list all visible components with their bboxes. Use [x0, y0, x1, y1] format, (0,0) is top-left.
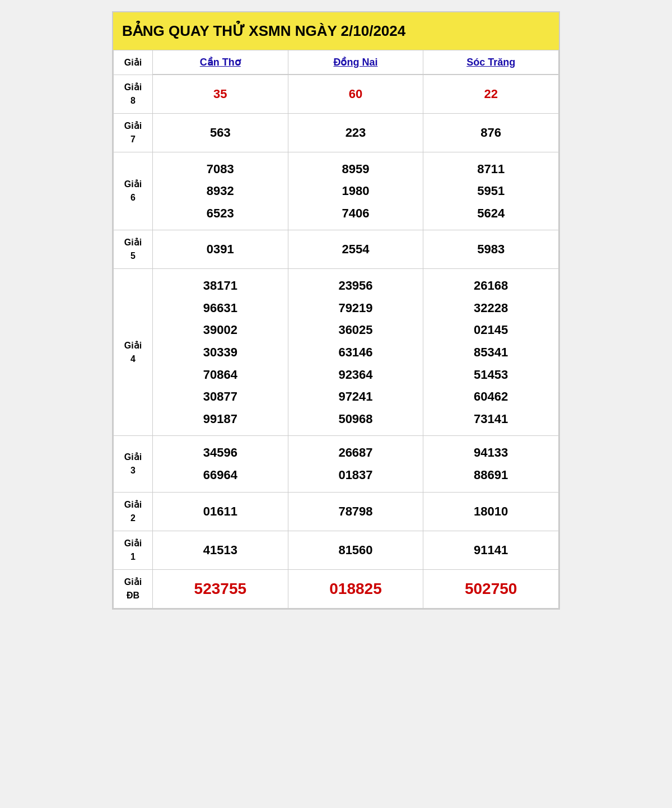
prize-value-soc_trang: 91141: [423, 531, 559, 569]
prize-value-dong_nai: 223: [288, 113, 423, 152]
lottery-table: Giải Cần Thơ Đồng Nai Sóc Trăng Giải 835…: [113, 50, 559, 609]
prize-value-can_tho: 0391: [153, 230, 288, 269]
prize-value-dong_nai: 81560: [288, 531, 423, 569]
table-row: Giải 2016117879818010: [114, 492, 559, 531]
prize-label: Giải 8: [114, 75, 153, 113]
prize-value-can_tho: 708389326523: [153, 152, 288, 230]
prize-value-soc_trang: 876: [423, 113, 559, 152]
prize-value-dong_nai: 78798: [288, 492, 423, 531]
header-label-col: Giải: [114, 50, 153, 75]
prize-value-can_tho: 01611: [153, 492, 288, 531]
prize-value-dong_nai: 2668701837: [288, 436, 423, 492]
table-row: Giải ĐB523755018825502750: [114, 569, 559, 608]
prize-value-dong_nai: 018825: [288, 569, 423, 608]
table-row: Giải 7563223876: [114, 113, 559, 152]
table-row: Giải 67083893265238959198074068711595156…: [114, 152, 559, 230]
prize-value-soc_trang: 502750: [423, 569, 559, 608]
prize-value-soc_trang: 871159515624: [423, 152, 559, 230]
header-soc-trang: Sóc Trăng: [423, 50, 559, 75]
table-row: Giải 43817196631390023033970864308779918…: [114, 269, 559, 436]
prize-label: Giải 4: [114, 269, 153, 436]
prize-value-can_tho: 3459666964: [153, 436, 288, 492]
main-container: BẢNG QUAY THỬ XSMN NGÀY 2/10/2024 Giải C…: [112, 11, 560, 610]
table-row: Giải 1415138156091141: [114, 531, 559, 569]
table-row: Giải 8356022: [114, 75, 559, 113]
prize-value-soc_trang: 9413388691: [423, 436, 559, 492]
page-title: BẢNG QUAY THỬ XSMN NGÀY 2/10/2024: [122, 22, 550, 40]
prize-value-soc_trang: 26168322280214585341514536046273141: [423, 269, 559, 436]
prize-value-can_tho: 35: [153, 75, 288, 113]
header: BẢNG QUAY THỬ XSMN NGÀY 2/10/2024: [113, 12, 559, 50]
prize-value-can_tho: 523755: [153, 569, 288, 608]
prize-label: Giải 3: [114, 436, 153, 492]
prize-label: Giải 6: [114, 152, 153, 230]
prize-value-dong_nai: 23956792193602563146923649724150968: [288, 269, 423, 436]
prize-label: Giải 5: [114, 230, 153, 269]
table-header-row: Giải Cần Thơ Đồng Nai Sóc Trăng: [114, 50, 559, 75]
prize-value-can_tho: 41513: [153, 531, 288, 569]
header-can-tho: Cần Thơ: [153, 50, 288, 75]
header-dong-nai: Đồng Nai: [288, 50, 423, 75]
prize-value-soc_trang: 22: [423, 75, 559, 113]
prize-value-can_tho: 38171966313900230339708643087799187: [153, 269, 288, 436]
prize-value-soc_trang: 18010: [423, 492, 559, 531]
prize-label: Giải ĐB: [114, 569, 153, 608]
prize-value-can_tho: 563: [153, 113, 288, 152]
prize-label: Giải 2: [114, 492, 153, 531]
prize-value-dong_nai: 895919807406: [288, 152, 423, 230]
prize-label: Giải 7: [114, 113, 153, 152]
prize-value-dong_nai: 2554: [288, 230, 423, 269]
table-row: Giải 5039125545983: [114, 230, 559, 269]
prize-value-dong_nai: 60: [288, 75, 423, 113]
prize-label: Giải 1: [114, 531, 153, 569]
table-row: Giải 3345966696426687018379413388691: [114, 436, 559, 492]
table-body: Giải 8356022Giải 7563223876Giải 67083893…: [114, 75, 559, 608]
prize-value-soc_trang: 5983: [423, 230, 559, 269]
